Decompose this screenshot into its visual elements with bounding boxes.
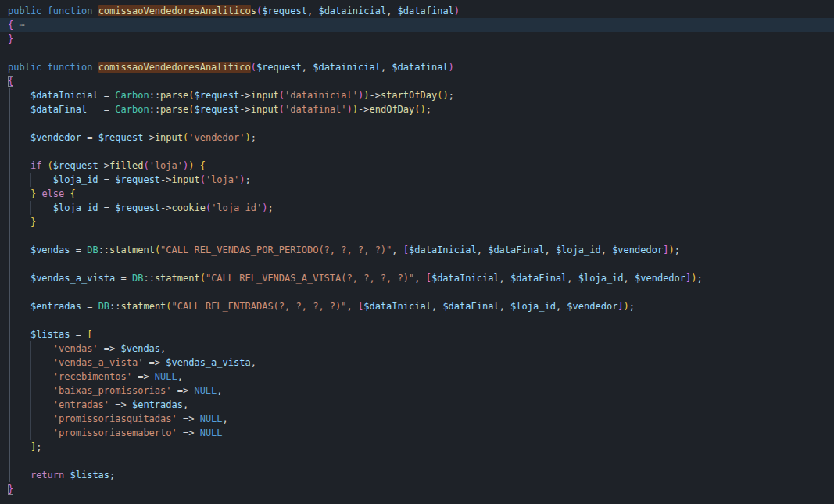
code-token: => [132,371,155,382]
code-line[interactable] [0,257,834,271]
code-token: $request [194,104,239,115]
code-token: else [41,188,64,199]
code-token: ] [617,301,623,312]
code-token: , [567,273,578,284]
code-token [8,104,30,115]
code-line[interactable]: $dataFinal = Carbon::parse($request->inp… [0,102,834,116]
code-token: if [30,160,41,171]
code-token: , [183,399,188,410]
code-token [8,371,53,382]
code-token: NULL [155,371,177,382]
code-token [8,427,53,438]
code-line[interactable]: 'entradas' => $entradas, [0,398,834,412]
code-line[interactable]: 'vendas_a_vista' => $vendas_a_vista, [0,356,834,370]
code-token: $datainicial [313,62,381,73]
code-line[interactable]: 'recebimentos' => NULL, [0,370,834,384]
code-token: :: [149,90,160,101]
code-token [8,160,30,171]
code-token: $entradas [30,301,81,312]
code-line[interactable]: $vendas_a_vista = DB::statment("CALL REL… [0,271,834,285]
code-token: $vendas [121,343,161,354]
code-token: 'vendedor' [188,132,245,143]
code-token: statment [109,245,155,256]
code-line-folded[interactable]: { ⋯ [0,18,834,32]
code-token: { [200,160,206,171]
fold-ellipsis-icon[interactable]: ⋯ [19,20,24,30]
code-line[interactable]: $vendas = DB::statment("CALL REL_VENDAS_… [0,243,834,257]
code-token: ; [251,132,256,143]
code-token: => [177,427,200,438]
code-token: parse [160,90,188,101]
code-line[interactable]: ]; [0,440,834,454]
code-token: :: [98,245,109,256]
code-line[interactable] [0,454,834,468]
code-token: ) [624,301,629,312]
code-token [64,470,70,481]
code-line[interactable]: 'promissoriasquitadas' => NULL, [0,412,834,426]
code-token: , [381,62,392,73]
code-token: statment [155,273,200,284]
code-token: , [431,301,442,312]
code-line[interactable]: 'vendas' => $vendas, [0,341,834,356]
code-token: NULL [194,385,217,396]
code-token: => [98,343,121,354]
code-token: => [109,399,132,410]
code-token: ; [426,104,431,115]
code-token: , [223,413,228,424]
code-token: "CALL REL_VENDAS_POR_PERIODO(?, ?, ?, ?)… [160,245,392,256]
code-token: function [48,62,93,73]
code-line[interactable]: 'baixas_promissorias' => NULL, [0,384,834,398]
code-token: $vendedor [612,245,663,256]
code-line[interactable]: } [0,32,834,46]
code-token: , [544,245,555,256]
code-line[interactable] [0,285,834,299]
code-token: $entradas [132,399,183,410]
code-token: } [30,216,36,227]
code-token: endOfDay [369,104,414,115]
code-line[interactable]: 'promissoriasemaberto' => NULL [0,426,834,440]
code-token: $loja_id [556,245,601,256]
code-editor[interactable]: public function comissaoVendedoresAnalit… [0,0,834,504]
code-line[interactable]: } [0,482,834,496]
code-line[interactable] [0,313,834,327]
code-area[interactable]: public function comissaoVendedoresAnalit… [0,4,834,496]
code-token [8,329,30,340]
code-line[interactable] [0,116,834,130]
code-token: ; [267,202,273,213]
code-line[interactable] [0,145,834,159]
code-line[interactable]: $vendedor = $request->input('vendedor'); [0,130,834,145]
code-line[interactable]: $dataInicial = Carbon::parse($request->i… [0,88,834,102]
find-match-highlight: comissaoVendedoresAnalitico [98,62,251,73]
code-line[interactable]: public function comissaoVendedoresAnalit… [0,60,834,74]
code-token [8,441,30,452]
code-line[interactable]: $loja_id = $request->input('loja'); [0,173,834,187]
code-line[interactable]: $entradas = DB::statment("CALL REL_ENTRA… [0,299,834,313]
code-token [8,273,30,284]
code-token: input [172,174,200,185]
code-token: , [386,5,397,16]
code-token: $request [53,160,98,171]
code-line[interactable] [0,46,834,60]
code-token: ; [675,245,680,256]
code-line[interactable]: public function comissaoVendedoresAnalit… [0,4,834,18]
code-token: ; [697,273,703,284]
code-line[interactable]: $loja_id = $request->cookie('loja_id'); [0,201,834,215]
code-line[interactable]: } else { [0,187,834,201]
code-token: NULL [200,427,223,438]
code-line[interactable]: } [0,215,834,229]
code-token: $dataInicial [363,301,431,312]
code-token: ( [279,90,285,101]
code-token [8,399,53,410]
code-token: = [115,273,132,284]
code-line[interactable]: { [0,74,834,88]
code-line[interactable] [0,229,834,243]
code-line[interactable]: return $listas; [0,468,834,482]
code-token: = [98,90,116,101]
code-token: ; [629,301,635,312]
code-token [92,5,98,16]
code-token: 'promissoriasquitadas' [53,413,177,424]
code-token: , [217,385,222,396]
code-line[interactable]: $listas = [ [0,327,834,341]
code-token [8,90,30,101]
code-line[interactable]: if ($request->filled('loja')) { [0,159,834,173]
